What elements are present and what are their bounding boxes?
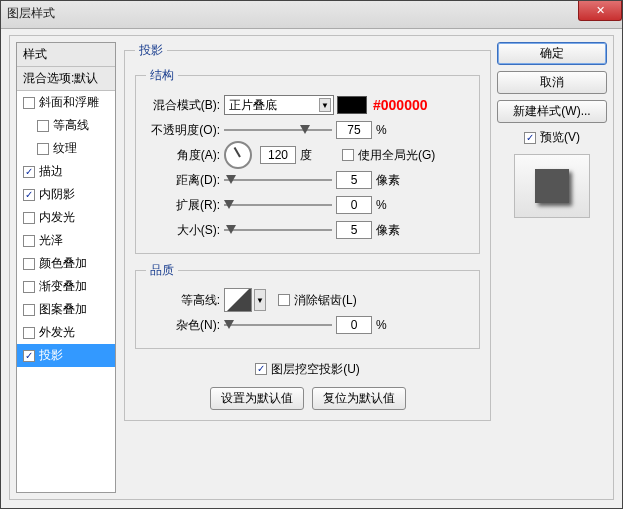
checkbox-icon (37, 143, 49, 155)
shadow-color-swatch[interactable] (337, 96, 367, 114)
contour-label: 等高线: (146, 292, 224, 309)
sidebar-item-10[interactable]: 外发光 (17, 321, 115, 344)
preview-label: 预览(V) (540, 129, 580, 146)
noise-input[interactable]: 0 (336, 316, 372, 334)
opacity-slider[interactable] (224, 123, 332, 137)
color-annotation: #000000 (373, 97, 428, 113)
sidebar-item-label: 内阴影 (39, 186, 75, 203)
sidebar-item-1[interactable]: 等高线 (17, 114, 115, 137)
sidebar-item-label: 等高线 (53, 117, 89, 134)
spread-unit: % (376, 198, 406, 212)
antialias-checkbox[interactable]: 消除锯齿(L) (278, 292, 357, 309)
sidebar-item-4[interactable]: 内阴影 (17, 183, 115, 206)
size-input[interactable]: 5 (336, 221, 372, 239)
checkbox-icon (23, 281, 35, 293)
sidebar-item-5[interactable]: 内发光 (17, 206, 115, 229)
layer-style-dialog: 图层样式 ✕ 样式 混合选项:默认 斜面和浮雕等高线纹理描边内阴影内发光光泽颜色… (0, 0, 623, 509)
chevron-down-icon: ▼ (319, 98, 331, 112)
quality-legend: 品质 (146, 262, 178, 279)
angle-input[interactable]: 120 (260, 146, 296, 164)
reset-default-button[interactable]: 复位为默认值 (312, 387, 406, 410)
checkbox-icon (23, 212, 35, 224)
checkbox-icon (23, 97, 35, 109)
blend-mode-label: 混合模式(B): (146, 97, 224, 114)
checkbox-icon (23, 235, 35, 247)
set-default-button[interactable]: 设置为默认值 (210, 387, 304, 410)
preview-checkbox[interactable]: 预览(V) (497, 129, 607, 146)
checkbox-icon (23, 350, 35, 362)
distance-label: 距离(D): (146, 172, 224, 189)
chevron-down-icon: ▼ (254, 289, 266, 311)
blend-mode-value: 正片叠底 (229, 97, 277, 114)
sidebar-item-6[interactable]: 光泽 (17, 229, 115, 252)
sidebar-item-label: 投影 (39, 347, 63, 364)
sidebar-header-styles[interactable]: 样式 (17, 43, 115, 67)
group-title: 投影 (135, 42, 167, 59)
checkbox-icon (23, 258, 35, 270)
checkbox-icon (23, 189, 35, 201)
group-structure: 结构 混合模式(B): 正片叠底 ▼ #000000 不透明度(O): 7 (135, 67, 480, 254)
preview-swatch (535, 169, 569, 203)
sidebar-item-9[interactable]: 图案叠加 (17, 298, 115, 321)
sidebar-item-label: 斜面和浮雕 (39, 94, 99, 111)
spread-input[interactable]: 0 (336, 196, 372, 214)
sidebar-item-label: 渐变叠加 (39, 278, 87, 295)
checkbox-icon (23, 304, 35, 316)
new-style-button[interactable]: 新建样式(W)... (497, 100, 607, 123)
ok-button[interactable]: 确定 (497, 42, 607, 65)
checkbox-icon (342, 149, 354, 161)
knockout-checkbox[interactable]: 图层挖空投影(U) (255, 361, 360, 378)
sidebar-item-label: 光泽 (39, 232, 63, 249)
sidebar-item-label: 描边 (39, 163, 63, 180)
styles-sidebar: 样式 混合选项:默认 斜面和浮雕等高线纹理描边内阴影内发光光泽颜色叠加渐变叠加图… (16, 42, 116, 493)
size-slider[interactable] (224, 223, 332, 237)
checkbox-icon (255, 363, 267, 375)
structure-legend: 结构 (146, 67, 178, 84)
spread-label: 扩展(R): (146, 197, 224, 214)
opacity-input[interactable]: 75 (336, 121, 372, 139)
distance-slider[interactable] (224, 173, 332, 187)
sidebar-item-3[interactable]: 描边 (17, 160, 115, 183)
checkbox-icon (23, 166, 35, 178)
blend-mode-combo[interactable]: 正片叠底 ▼ (224, 95, 334, 115)
checkbox-icon (23, 327, 35, 339)
sidebar-item-0[interactable]: 斜面和浮雕 (17, 91, 115, 114)
cancel-button[interactable]: 取消 (497, 71, 607, 94)
angle-label: 角度(A): (146, 147, 224, 164)
global-light-label: 使用全局光(G) (358, 147, 435, 164)
sidebar-item-11[interactable]: 投影 (17, 344, 115, 367)
contour-icon (224, 288, 252, 312)
sidebar-item-label: 纹理 (53, 140, 77, 157)
group-drop-shadow: 投影 结构 混合模式(B): 正片叠底 ▼ #000000 不透明度(O): (124, 42, 491, 421)
antialias-label: 消除锯齿(L) (294, 292, 357, 309)
sidebar-item-label: 外发光 (39, 324, 75, 341)
sidebar-item-label: 图案叠加 (39, 301, 87, 318)
spread-slider[interactable] (224, 198, 332, 212)
sidebar-item-7[interactable]: 颜色叠加 (17, 252, 115, 275)
window-title: 图层样式 (7, 5, 55, 22)
preview-box (514, 154, 590, 218)
sidebar-item-label: 内发光 (39, 209, 75, 226)
sidebar-header-blend[interactable]: 混合选项:默认 (17, 67, 115, 91)
group-quality: 品质 等高线: ▼ 消除锯齿(L) 杂色(N): (135, 262, 480, 349)
angle-unit: 度 (300, 147, 330, 164)
opacity-unit: % (376, 123, 406, 137)
knockout-label: 图层挖空投影(U) (271, 361, 360, 378)
right-column: 确定 取消 新建样式(W)... 预览(V) (497, 42, 607, 218)
sidebar-item-8[interactable]: 渐变叠加 (17, 275, 115, 298)
global-light-checkbox[interactable]: 使用全局光(G) (342, 147, 435, 164)
angle-dial[interactable] (224, 141, 252, 169)
noise-slider[interactable] (224, 318, 332, 332)
main-panel: 投影 结构 混合模式(B): 正片叠底 ▼ #000000 不透明度(O): (124, 42, 491, 493)
checkbox-icon (524, 132, 536, 144)
size-label: 大小(S): (146, 222, 224, 239)
close-button[interactable]: ✕ (578, 1, 622, 21)
checkbox-icon (37, 120, 49, 132)
opacity-label: 不透明度(O): (146, 122, 224, 139)
contour-picker[interactable]: ▼ (224, 288, 266, 312)
distance-unit: 像素 (376, 172, 406, 189)
sidebar-item-2[interactable]: 纹理 (17, 137, 115, 160)
dialog-body: 样式 混合选项:默认 斜面和浮雕等高线纹理描边内阴影内发光光泽颜色叠加渐变叠加图… (9, 35, 614, 500)
sidebar-item-label: 颜色叠加 (39, 255, 87, 272)
distance-input[interactable]: 5 (336, 171, 372, 189)
